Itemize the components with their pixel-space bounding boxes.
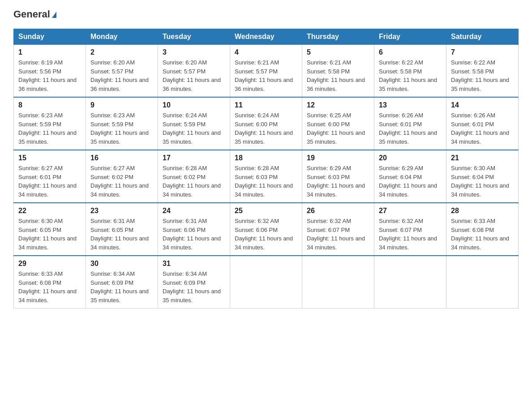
day-number: 26 <box>307 207 369 215</box>
day-info: Sunrise: 6:32 AMSunset: 6:07 PMDaylight:… <box>379 218 437 251</box>
day-number: 8 <box>18 101 81 109</box>
day-info: Sunrise: 6:20 AMSunset: 5:57 PMDaylight:… <box>90 59 149 92</box>
column-header-tuesday: Tuesday <box>158 29 230 45</box>
calendar-cell: 7 Sunrise: 6:22 AMSunset: 5:58 PMDayligh… <box>446 45 519 98</box>
day-number: 16 <box>90 154 153 162</box>
day-number: 27 <box>379 207 442 215</box>
day-number: 3 <box>163 48 225 56</box>
day-number: 4 <box>235 48 297 56</box>
day-info: Sunrise: 6:33 AMSunset: 6:08 PMDaylight:… <box>18 270 77 304</box>
calendar-cell: 12 Sunrise: 6:25 AMSunset: 6:00 PMDaylig… <box>302 97 374 150</box>
calendar-cell: 15 Sunrise: 6:27 AMSunset: 6:01 PMDaylig… <box>14 150 86 203</box>
day-info: Sunrise: 6:31 AMSunset: 6:05 PMDaylight:… <box>90 218 149 251</box>
day-info: Sunrise: 6:26 AMSunset: 6:01 PMDaylight:… <box>379 112 437 145</box>
calendar-cell <box>302 256 374 308</box>
day-info: Sunrise: 6:27 AMSunset: 6:01 PMDaylight:… <box>18 165 77 198</box>
calendar-cell: 10 Sunrise: 6:24 AMSunset: 5:59 PMDaylig… <box>158 97 230 150</box>
calendar-cell: 9 Sunrise: 6:23 AMSunset: 5:59 PMDayligh… <box>86 97 158 150</box>
day-info: Sunrise: 6:19 AMSunset: 5:56 PMDaylight:… <box>18 59 77 92</box>
day-info: Sunrise: 6:31 AMSunset: 6:06 PMDaylight:… <box>163 218 221 251</box>
day-info: Sunrise: 6:29 AMSunset: 6:04 PMDaylight:… <box>379 165 437 198</box>
column-header-sunday: Sunday <box>14 29 86 45</box>
calendar-cell: 8 Sunrise: 6:23 AMSunset: 5:59 PMDayligh… <box>14 97 86 150</box>
day-info: Sunrise: 6:23 AMSunset: 5:59 PMDaylight:… <box>90 112 149 145</box>
day-info: Sunrise: 6:32 AMSunset: 6:06 PMDaylight:… <box>235 218 293 251</box>
calendar-cell: 24 Sunrise: 6:31 AMSunset: 6:06 PMDaylig… <box>158 203 230 256</box>
day-number: 29 <box>18 260 81 268</box>
day-info: Sunrise: 6:34 AMSunset: 6:09 PMDaylight:… <box>163 270 221 304</box>
calendar-week-row: 22 Sunrise: 6:30 AMSunset: 6:05 PMDaylig… <box>14 203 519 256</box>
day-number: 1 <box>18 48 81 56</box>
calendar-cell: 1 Sunrise: 6:19 AMSunset: 5:56 PMDayligh… <box>14 45 86 98</box>
day-info: Sunrise: 6:28 AMSunset: 6:02 PMDaylight:… <box>163 165 221 198</box>
day-number: 24 <box>163 207 225 215</box>
day-number: 15 <box>18 154 81 162</box>
calendar-table: SundayMondayTuesdayWednesdayThursdayFrid… <box>13 29 519 308</box>
calendar-cell: 22 Sunrise: 6:30 AMSunset: 6:05 PMDaylig… <box>14 203 86 256</box>
logo: General <box>13 9 56 20</box>
column-header-wednesday: Wednesday <box>230 29 302 45</box>
calendar-cell <box>230 256 302 308</box>
day-number: 12 <box>307 101 369 109</box>
calendar-cell: 17 Sunrise: 6:28 AMSunset: 6:02 PMDaylig… <box>158 150 230 203</box>
logo-triangle-icon <box>52 12 56 18</box>
calendar-cell: 13 Sunrise: 6:26 AMSunset: 6:01 PMDaylig… <box>374 97 446 150</box>
day-number: 6 <box>379 48 442 56</box>
calendar-cell <box>374 256 446 308</box>
calendar-cell: 25 Sunrise: 6:32 AMSunset: 6:06 PMDaylig… <box>230 203 302 256</box>
day-info: Sunrise: 6:29 AMSunset: 6:03 PMDaylight:… <box>307 165 365 198</box>
day-info: Sunrise: 6:26 AMSunset: 6:01 PMDaylight:… <box>451 112 509 145</box>
calendar-cell: 31 Sunrise: 6:34 AMSunset: 6:09 PMDaylig… <box>158 256 230 308</box>
day-number: 20 <box>379 154 442 162</box>
day-info: Sunrise: 6:25 AMSunset: 6:00 PMDaylight:… <box>307 112 365 145</box>
calendar-cell: 16 Sunrise: 6:27 AMSunset: 6:02 PMDaylig… <box>86 150 158 203</box>
day-number: 31 <box>163 260 225 268</box>
day-number: 5 <box>307 48 369 56</box>
calendar-week-row: 15 Sunrise: 6:27 AMSunset: 6:01 PMDaylig… <box>14 150 519 203</box>
column-header-saturday: Saturday <box>446 29 519 45</box>
calendar-cell: 11 Sunrise: 6:24 AMSunset: 6:00 PMDaylig… <box>230 97 302 150</box>
day-number: 28 <box>451 207 514 215</box>
calendar-cell: 5 Sunrise: 6:21 AMSunset: 5:58 PMDayligh… <box>302 45 374 98</box>
calendar-header-row: SundayMondayTuesdayWednesdayThursdayFrid… <box>14 29 519 45</box>
day-number: 7 <box>451 48 514 56</box>
calendar-body: 1 Sunrise: 6:19 AMSunset: 5:56 PMDayligh… <box>14 45 519 308</box>
calendar-week-row: 29 Sunrise: 6:33 AMSunset: 6:08 PMDaylig… <box>14 256 519 308</box>
column-header-monday: Monday <box>86 29 158 45</box>
calendar-cell: 23 Sunrise: 6:31 AMSunset: 6:05 PMDaylig… <box>86 203 158 256</box>
day-number: 18 <box>235 154 297 162</box>
day-number: 17 <box>163 154 225 162</box>
day-info: Sunrise: 6:27 AMSunset: 6:02 PMDaylight:… <box>90 165 149 198</box>
day-info: Sunrise: 6:21 AMSunset: 5:57 PMDaylight:… <box>235 59 293 92</box>
calendar-cell: 20 Sunrise: 6:29 AMSunset: 6:04 PMDaylig… <box>374 150 446 203</box>
column-header-thursday: Thursday <box>302 29 374 45</box>
day-info: Sunrise: 6:30 AMSunset: 6:04 PMDaylight:… <box>451 165 509 198</box>
day-info: Sunrise: 6:34 AMSunset: 6:09 PMDaylight:… <box>90 270 149 304</box>
day-number: 22 <box>18 207 81 215</box>
calendar-cell: 3 Sunrise: 6:20 AMSunset: 5:57 PMDayligh… <box>158 45 230 98</box>
calendar-cell: 30 Sunrise: 6:34 AMSunset: 6:09 PMDaylig… <box>86 256 158 308</box>
day-info: Sunrise: 6:30 AMSunset: 6:05 PMDaylight:… <box>18 218 77 251</box>
day-info: Sunrise: 6:23 AMSunset: 5:59 PMDaylight:… <box>18 112 77 145</box>
calendar-cell: 28 Sunrise: 6:33 AMSunset: 6:08 PMDaylig… <box>446 203 519 256</box>
calendar-cell: 2 Sunrise: 6:20 AMSunset: 5:57 PMDayligh… <box>86 45 158 98</box>
day-number: 19 <box>307 154 369 162</box>
calendar-cell <box>446 256 519 308</box>
calendar-cell: 19 Sunrise: 6:29 AMSunset: 6:03 PMDaylig… <box>302 150 374 203</box>
logo-line1: General <box>13 9 56 20</box>
day-number: 11 <box>235 101 297 109</box>
calendar-cell: 29 Sunrise: 6:33 AMSunset: 6:08 PMDaylig… <box>14 256 86 308</box>
day-info: Sunrise: 6:21 AMSunset: 5:58 PMDaylight:… <box>307 59 365 92</box>
calendar-cell: 14 Sunrise: 6:26 AMSunset: 6:01 PMDaylig… <box>446 97 519 150</box>
column-header-friday: Friday <box>374 29 446 45</box>
calendar-cell: 6 Sunrise: 6:22 AMSunset: 5:58 PMDayligh… <box>374 45 446 98</box>
calendar-cell: 4 Sunrise: 6:21 AMSunset: 5:57 PMDayligh… <box>230 45 302 98</box>
page-header: General <box>13 9 519 20</box>
calendar-cell: 21 Sunrise: 6:30 AMSunset: 6:04 PMDaylig… <box>446 150 519 203</box>
day-number: 21 <box>451 154 514 162</box>
day-info: Sunrise: 6:32 AMSunset: 6:07 PMDaylight:… <box>307 218 365 251</box>
calendar-cell: 18 Sunrise: 6:28 AMSunset: 6:03 PMDaylig… <box>230 150 302 203</box>
day-info: Sunrise: 6:28 AMSunset: 6:03 PMDaylight:… <box>235 165 293 198</box>
day-info: Sunrise: 6:22 AMSunset: 5:58 PMDaylight:… <box>379 59 437 92</box>
day-number: 25 <box>235 207 297 215</box>
